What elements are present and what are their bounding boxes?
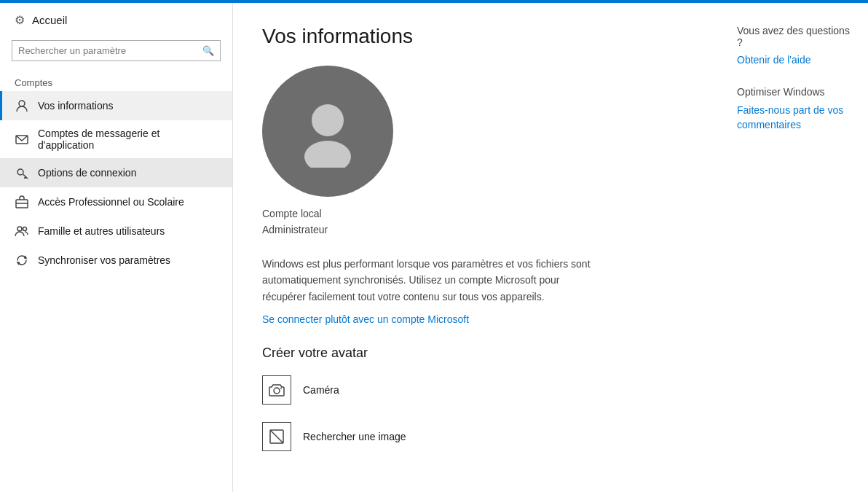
app-container: ⚙ Accueil 🔍 Comptes Vos informations	[0, 3, 868, 492]
svg-point-2	[17, 169, 23, 175]
person-icon	[15, 98, 29, 113]
sidebar-item-vos-informations[interactable]: Vos informations	[0, 91, 232, 120]
svg-point-9	[23, 227, 27, 231]
settings-icon: ⚙	[15, 13, 25, 27]
sidebar-item-label: Vos informations	[38, 100, 114, 112]
sidebar: ⚙ Accueil 🔍 Comptes Vos informations	[0, 3, 233, 492]
camera-label: Caméra	[303, 384, 339, 396]
svg-point-10	[312, 104, 344, 136]
optimize-link[interactable]: Faites-nous part de vos commentaires	[737, 104, 853, 132]
sidebar-item-synchroniser[interactable]: Synchroniser vos paramètres	[0, 246, 232, 275]
sync-icon	[15, 253, 29, 268]
sync-description: Windows est plus performant lorsque vos …	[262, 256, 597, 305]
svg-point-8	[17, 227, 22, 231]
key-icon	[15, 165, 29, 180]
svg-point-0	[19, 101, 25, 106]
svg-line-15	[270, 430, 283, 443]
camera-action[interactable]: Caméra	[262, 375, 693, 405]
section-label: Comptes	[0, 73, 232, 91]
sidebar-item-connexion[interactable]: Options de connexion	[0, 158, 232, 187]
help-title: Vous avez des questions ?	[737, 25, 853, 48]
page-title: Vos informations	[262, 25, 693, 48]
right-panel: Vous avez des questions ? Obtenir de l'a…	[722, 3, 868, 492]
ms-account-link[interactable]: Se connecter plutôt avec un compte Micro…	[262, 313, 469, 325]
sidebar-item-label: Famille et autres utilisateurs	[38, 225, 165, 237]
avatar-section-title: Créer votre avatar	[262, 345, 693, 361]
camera-icon-box	[262, 375, 291, 405]
sidebar-item-label: Options de connexion	[38, 167, 136, 179]
search-input[interactable]	[12, 41, 197, 60]
email-icon	[15, 132, 29, 147]
sidebar-item-messagerie[interactable]: Comptes de messagerie et d'application	[0, 120, 232, 158]
optimize-title: Optimiser Windows	[737, 86, 853, 98]
help-link[interactable]: Obtenir de l'aide	[737, 54, 853, 66]
search-box[interactable]: 🔍	[12, 40, 221, 61]
image-label: Rechercher une image	[303, 431, 406, 442]
svg-point-12	[274, 388, 280, 394]
account-type: Compte local Administrateur	[262, 206, 693, 238]
main-content: Vos informations Compte local Administra…	[233, 3, 722, 492]
sidebar-item-professionnel[interactable]: Accès Professionnel ou Scolaire	[0, 187, 232, 216]
svg-point-13	[280, 387, 282, 388]
sidebar-item-famille[interactable]: Famille et autres utilisateurs	[0, 216, 232, 246]
image-action[interactable]: Rechercher une image	[262, 422, 693, 451]
sidebar-item-label: Accès Professionnel ou Scolaire	[38, 196, 184, 208]
avatar	[262, 66, 393, 197]
sidebar-item-label: Comptes de messagerie et d'application	[38, 128, 218, 151]
profile-section: Compte local Administrateur	[262, 66, 693, 238]
briefcase-icon	[15, 195, 29, 209]
image-icon-box	[262, 422, 291, 451]
sidebar-title: Accueil	[32, 14, 67, 26]
group-icon	[15, 224, 29, 238]
sidebar-item-label: Synchroniser vos paramètres	[38, 254, 170, 266]
sidebar-header: ⚙ Accueil	[0, 3, 232, 37]
svg-point-11	[304, 141, 351, 168]
search-icon: 🔍	[197, 41, 220, 60]
